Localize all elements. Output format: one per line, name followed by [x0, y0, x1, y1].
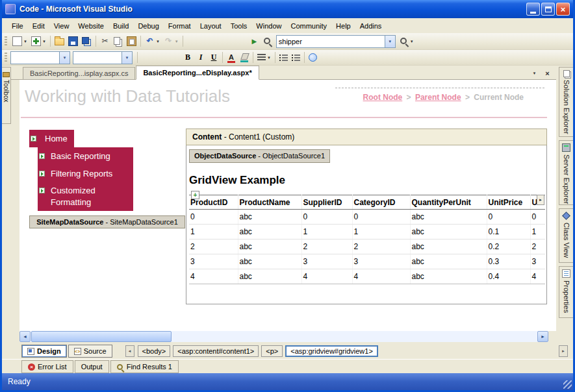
menu-item-debug[interactable]: Debug — [133, 19, 163, 32]
search-combo-input[interactable] — [277, 36, 385, 47]
toolbox-tab[interactable]: Toolbox — [2, 67, 11, 124]
add-item-icon — [31, 36, 41, 46]
resize-grip[interactable] — [563, 380, 572, 389]
menu-item-view[interactable]: View — [49, 19, 74, 32]
scroll-right-button[interactable]: ► — [537, 331, 548, 342]
close-button[interactable]: × — [556, 3, 570, 16]
properties-tab[interactable]: Properties — [559, 266, 573, 318]
tag-scroll-left-button[interactable]: ◄ — [125, 345, 134, 357]
bottom-panel-tabs: × Error List Output Find Results 1 — [2, 359, 573, 373]
menu-item-community[interactable]: Community — [286, 19, 331, 32]
cut-button[interactable]: ✂ — [98, 34, 112, 49]
sitemapdatasource-control[interactable]: SiteMapDataSource - SiteMapDataSource1 — [29, 215, 185, 228]
bullet-list-button[interactable] — [277, 51, 290, 65]
find-in-files-button[interactable]: ▼ — [398, 34, 416, 49]
bold-button[interactable]: B — [181, 51, 194, 65]
grid-cell: 4 — [301, 269, 352, 284]
combo-dropdown-button[interactable]: ▼ — [121, 52, 132, 64]
nav-item-home[interactable]: Home — [29, 130, 74, 147]
tag-asp-gridview-selected[interactable]: <asp:gridview#gridview1> — [285, 345, 378, 357]
menu-item-edit[interactable]: Edit — [28, 19, 49, 32]
scrollbar-thumb[interactable] — [31, 331, 172, 342]
save-button[interactable] — [66, 34, 80, 49]
grid-header-cell: CategoryID — [352, 195, 410, 210]
menu-item-tools[interactable]: Tools — [226, 19, 252, 32]
class-view-tab[interactable]: Class View — [559, 208, 573, 263]
underline-button[interactable]: U — [207, 51, 220, 65]
find-results-tab[interactable]: Find Results 1 — [110, 360, 179, 373]
menu-item-layout[interactable]: Layout — [196, 19, 226, 32]
toolbar-separator — [96, 36, 96, 47]
title-bar[interactable]: Code - Microsoft Visual Studio × — [2, 0, 573, 18]
content-placeholder-body[interactable]: ObjectDataSource - ObjectDataSource1 Gri… — [186, 145, 547, 304]
hyperlink-button[interactable] — [307, 51, 319, 65]
nav-item-filtering-reports[interactable]: Filtering Reports — [38, 165, 133, 182]
gridview-move-handle-icon[interactable]: + — [191, 191, 199, 199]
output-tab[interactable]: Output — [75, 360, 109, 373]
copy-button[interactable] — [112, 34, 125, 49]
gridview-table[interactable]: ProductID ProductName SupplierID Categor… — [189, 195, 545, 284]
block-format-input[interactable] — [11, 52, 59, 64]
italic-button[interactable]: I — [194, 51, 207, 65]
combo-dropdown-button[interactable]: ▼ — [59, 52, 70, 64]
nav-item-customized-formatting[interactable]: Customized Formatting — [38, 182, 133, 211]
undo-button[interactable]: ↶▼ — [143, 34, 162, 49]
font-color-button[interactable]: A — [225, 51, 238, 65]
tab-list-dropdown-button[interactable]: ▼ — [530, 68, 539, 78]
menu-item-website[interactable]: Website — [73, 19, 109, 32]
underline-icon: U — [209, 53, 218, 62]
save-all-button[interactable] — [80, 34, 94, 49]
toolbar-grip[interactable] — [5, 53, 7, 63]
tag-scroll-right-button[interactable]: ► — [559, 345, 568, 357]
doc-tab-aspx-active[interactable]: BasicReporting...eDisplay.aspx* — [136, 66, 259, 80]
menu-item-addins[interactable]: Addins — [355, 19, 387, 32]
error-list-tab[interactable]: × Error List — [21, 360, 73, 373]
new-website-button[interactable]: ▼ — [10, 34, 29, 49]
menu-item-format[interactable]: Format — [164, 19, 196, 32]
minimize-button[interactable] — [526, 3, 540, 16]
open-file-button[interactable] — [53, 34, 66, 49]
dropdown-arrow-icon: ▼ — [23, 40, 27, 43]
breadcrumb-root-link[interactable]: Root Node — [363, 93, 403, 102]
tag-body[interactable]: <body> — [138, 345, 171, 357]
alignment-button[interactable]: ▼ — [255, 51, 273, 65]
design-surface[interactable]: Working with Data Tutorials Root Node > … — [19, 80, 556, 331]
menu-item-build[interactable]: Build — [109, 19, 133, 32]
design-view-button[interactable]: Design — [21, 345, 67, 358]
start-debug-button[interactable]: ▶ — [248, 34, 261, 49]
source-view-button[interactable]: <> Source — [68, 345, 112, 358]
horizontal-scrollbar[interactable]: ◄ ► — [19, 331, 548, 342]
toolbox-autohide-strip: Toolbox — [2, 67, 11, 330]
grid-cell: 4 — [530, 269, 545, 284]
add-new-item-button[interactable]: ▼ — [29, 34, 48, 49]
toolbar-grip[interactable] — [5, 36, 7, 47]
paste-button[interactable] — [125, 34, 138, 49]
menu-item-window[interactable]: Window — [251, 19, 286, 32]
gridview-control[interactable]: ProductID ProductName SupplierID Categor… — [189, 195, 545, 287]
gridview-smart-tag-icon[interactable]: ► — [537, 195, 544, 205]
combo-dropdown-button[interactable]: ▼ — [385, 36, 395, 47]
solution-explorer-tab[interactable]: Solution Explorer — [559, 67, 573, 137]
menu-item-file[interactable]: File — [7, 19, 28, 32]
content-placeholder[interactable]: Content - Content1 (Custom) ObjectDataSo… — [186, 129, 547, 304]
numbered-list-button[interactable] — [290, 51, 302, 65]
scroll-left-button[interactable]: ◄ — [19, 331, 31, 342]
find-button[interactable] — [261, 34, 274, 49]
maximize-button[interactable] — [541, 3, 555, 16]
nav-item-basic-reporting[interactable]: Basic Reporting — [38, 147, 133, 165]
objectdatasource-control[interactable]: ObjectDataSource - ObjectDataSource1 — [189, 149, 330, 163]
tab-close-button[interactable]: × — [543, 68, 552, 78]
toolbox-icon — [3, 72, 10, 77]
highlight-button[interactable] — [238, 51, 251, 65]
server-explorer-tab[interactable]: Server Explorer — [559, 140, 573, 205]
grid-cell: abc — [238, 269, 301, 284]
toolbar-separator — [50, 36, 51, 47]
doc-tab-codebehind[interactable]: BasicReporting...isplay.aspx.cs — [23, 67, 135, 79]
redo-button[interactable]: ↷▼ — [162, 34, 181, 49]
tag-asp-content[interactable]: <asp:content#content1> — [173, 345, 259, 357]
content-placeholder-header[interactable]: Content - Content1 (Custom) — [186, 129, 547, 145]
tag-p[interactable]: <p> — [261, 345, 283, 357]
font-name-input[interactable] — [73, 52, 121, 64]
breadcrumb-parent-link[interactable]: Parent Node — [415, 93, 461, 102]
menu-item-help[interactable]: Help — [331, 19, 355, 32]
